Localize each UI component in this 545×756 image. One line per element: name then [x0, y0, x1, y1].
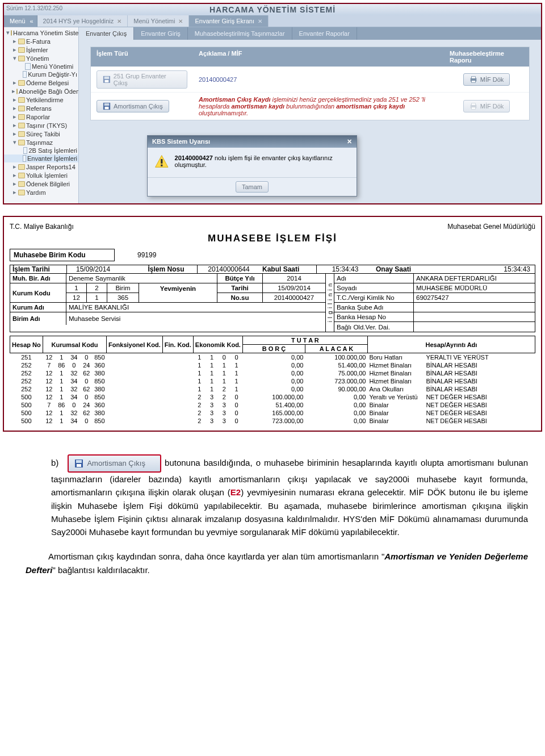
sidebar-item-label: Jasper Reports14 [26, 164, 76, 170]
paragraph-footer: Amortisman çıkış kaydından sonra, daha ö… [26, 550, 528, 577]
app-title: HARCAMA YÖNETİM SİSTEMİ [209, 5, 336, 14]
close-icon[interactable]: ✕ [117, 18, 121, 24]
table-row: 252121326238011110,0075.000,00Hizmet Bin… [10, 369, 535, 377]
btn-251-envanter-cikis[interactable]: 251 Grup Envanter Çıkış [97, 70, 187, 89]
amortisman-cikis-button-inline[interactable]: Amortisman Çıkış [68, 454, 161, 473]
table-row: 500786024360233051.400,000,00BinalarNET … [10, 401, 535, 409]
subtab[interactable]: Envanter Giriş [134, 27, 188, 40]
svg-rect-4 [471, 77, 475, 79]
btn-mif-dok-1[interactable]: MİF Dök [463, 100, 510, 112]
sidebar-item-label: Aboneliğe Bağlı Öden [19, 88, 79, 95]
sidebar-item-label: Süreç Takibi [26, 131, 60, 137]
menubar-tab[interactable]: Envanter Giriş Ekranı✕ [189, 15, 269, 27]
folder-icon [16, 89, 18, 94]
sidebar-item[interactable]: ▸Jasper Reports14 [4, 162, 78, 171]
sidebar-item[interactable]: Menü Yönetimi [4, 62, 78, 70]
sidebar-item-label: Taşınır (TKYS) [26, 122, 67, 129]
table-row: 252121326238011210,0090.000,00Ana Okulla… [10, 385, 535, 393]
sidebar-item[interactable]: ▸İşlemler [4, 45, 78, 54]
btn-label: MİF Dök [480, 76, 504, 83]
col-islem-turu: İşlem Türü [91, 47, 193, 66]
menubar-tab[interactable]: Menü Yönetimi✕ [128, 15, 189, 27]
subtab[interactable]: Muhasebeleştirilmiş Taşınmazlar [188, 27, 292, 40]
sidebar-item[interactable]: 2B Satış İşlemleri [4, 147, 78, 154]
sidebar-item[interactable]: ▸E-Fatura [4, 37, 78, 45]
sidebar-item[interactable]: ▸Ödenek Bilgileri [4, 179, 78, 188]
sidebar-item[interactable]: ▾Harcama Yönetim Sisten [4, 28, 78, 37]
sidebar-item-label: Yetkilendirme [26, 97, 64, 103]
page-icon [23, 155, 26, 162]
sidebar-item-label: Ödeme Belgesi [26, 80, 69, 86]
dept-label: Muhasebat Genel Müdürlüğü [447, 223, 535, 231]
save-icon [103, 76, 111, 83]
sidebar-item[interactable]: ▸Süreç Takibi [4, 130, 78, 138]
menubar: Menü 2014 HYS ye Hoşgeldiniz✕Menü Yöneti… [4, 15, 541, 27]
sidebar-item-label: İşlemler [26, 47, 48, 53]
sidebar-item-label: Yardım [26, 189, 46, 196]
process-panel: İşlem Türü Açıklama / MİF Muhasebeleştir… [90, 47, 530, 120]
folder-icon [18, 39, 25, 44]
folder-icon [18, 114, 25, 120]
menubar-tab[interactable]: 2014 HYS ye Hoşgeldiniz✕ [37, 15, 128, 27]
sidebar-item[interactable]: ▸Yetkilendirme [4, 95, 78, 104]
subtab[interactable]: Envanter Raporlar [292, 27, 357, 40]
print-icon [469, 76, 477, 83]
bullet-b: b) [51, 456, 58, 469]
sidebar-item[interactable]: ▾Taşınmaz [4, 138, 78, 147]
svg-rect-11 [471, 107, 475, 110]
btn-label: MİF Dök [480, 103, 504, 110]
sidebar-item[interactable]: ▸Raporlar [4, 112, 78, 121]
sidebar-item[interactable]: Kurum Değiştir-Yı [4, 70, 78, 78]
folder-icon [18, 80, 25, 86]
table-row: 5001213408502330723.000,000,00BinalarNET… [10, 417, 535, 425]
sidebar-item-label: Envanter İşlemleri [27, 155, 77, 162]
folder-icon [18, 131, 25, 137]
sidebar-item[interactable]: ▾Yönetim [4, 54, 78, 62]
folder-icon [18, 140, 25, 145]
subtabs: Envanter ÇıkışEnvanter GirişMuhasebeleşt… [79, 27, 541, 40]
btn-label: 251 Grup Envanter Çıkış [114, 73, 181, 86]
sidebar-item[interactable]: ▸Taşınır (TKYS) [4, 121, 78, 130]
svg-rect-5 [471, 81, 475, 83]
save-icon [74, 459, 83, 468]
sidebar-item-label: Raporlar [26, 114, 50, 120]
sidebar-item[interactable]: Envanter İşlemleri [4, 154, 78, 162]
hys-app-window: Sürüm 12.1.32/02.250 HARCAMA YÖNETİM SİS… [3, 3, 542, 204]
folder-icon [18, 47, 25, 53]
sidebar-item-label: Referans [26, 105, 52, 112]
modal-ok-button[interactable]: Tamam [236, 181, 269, 193]
page-icon [25, 63, 31, 70]
close-icon[interactable]: ✕ [258, 18, 262, 24]
row1-desc: Amortisman Çıkış Kaydı işleminizi henüz … [193, 93, 444, 120]
svg-rect-1 [104, 77, 110, 79]
close-icon[interactable]: ✕ [347, 138, 352, 145]
btn-amortisman-cikis[interactable]: Amortisman Çıkış [97, 100, 169, 112]
sidebar-item-label: Taşınmaz [26, 139, 53, 146]
folder-icon [18, 173, 25, 178]
close-icon[interactable]: ✕ [178, 18, 183, 24]
sidebar-item[interactable]: ▸Referans [4, 104, 78, 112]
paragraph-b: b) Amortisman Çıkış butonuna basıldığınd… [51, 454, 528, 538]
sidebar-item-label: Kurum Değiştir-Yı [28, 71, 77, 78]
folder-icon [18, 56, 25, 61]
sidebar: ▾Harcama Yönetim Sisten▸E-Fatura▸İşlemle… [4, 27, 79, 203]
table-row: 50012132623802330165.000,000,00BinalarNE… [10, 409, 535, 417]
svg-rect-10 [471, 103, 475, 106]
sidebar-item-label: Harcama Yönetim Sisten [13, 30, 79, 36]
modal-title: KBS Sistem Uyarısı [152, 138, 210, 145]
subtab[interactable]: Envanter Çıkış [79, 27, 134, 40]
table-row: 25112134085011000,00100.000,00Boru Hatla… [10, 353, 535, 362]
col-aciklama: Açıklama / MİF [193, 47, 444, 66]
sidebar-item-label: Ödenek Bilgileri [26, 181, 70, 187]
col-rapor: Muhasebeleştirme Raporu [444, 47, 529, 66]
sidebar-item[interactable]: ▸Aboneliğe Bağlı Öden [4, 87, 78, 95]
svg-rect-16 [76, 460, 82, 463]
modal-body: 20140000427 nolu işlem fişi ile envanter… [175, 154, 350, 168]
menu-button[interactable]: Menü [4, 15, 37, 27]
btn-mif-dok-0[interactable]: MİF Dök [463, 73, 510, 86]
workspace: ▾Harcama Yönetim Sisten▸E-Fatura▸İşlemle… [4, 27, 541, 203]
sidebar-item[interactable]: ▸Yardım [4, 188, 78, 197]
sidebar-item[interactable]: ▸Yolluk İşlemleri [4, 171, 78, 179]
sidebar-item[interactable]: ▸Ödeme Belgesi [4, 78, 78, 87]
svg-rect-2 [104, 80, 108, 82]
